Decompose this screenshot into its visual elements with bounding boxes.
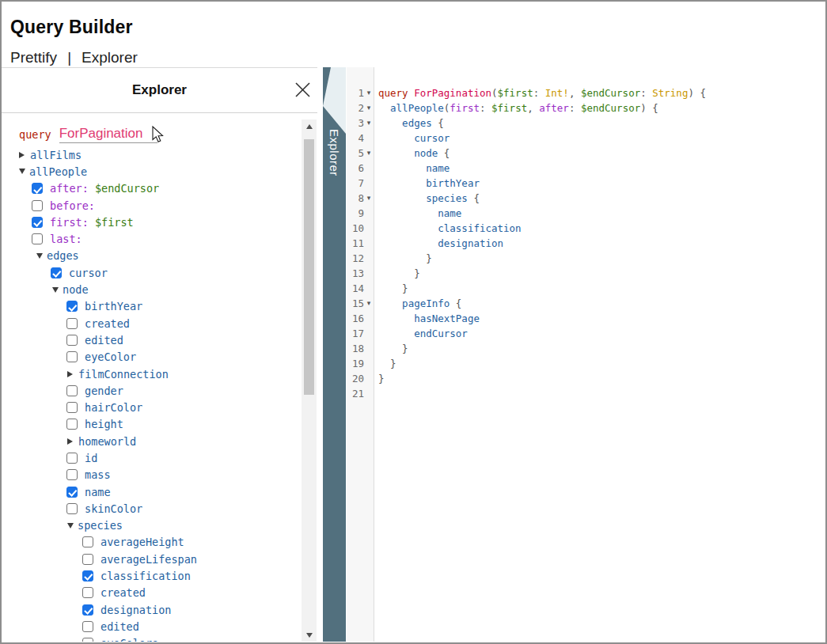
tree-row-birthYear[interactable]: birthYear [2,298,317,315]
tree-row-edited[interactable]: edited [2,618,317,635]
tree-row-edges[interactable]: edges [2,248,317,264]
fold-arrow-icon[interactable]: ▾ [364,146,374,161]
code-line[interactable] [378,386,706,401]
tree-row-species[interactable]: species [2,517,317,534]
checkbox[interactable] [82,536,93,547]
scrollbar-up-button[interactable] [302,119,317,133]
code-line[interactable]: } [378,356,706,371]
code-line[interactable]: } [378,266,706,281]
code-line[interactable]: name [378,161,706,176]
tree-row-averageHeight[interactable]: averageHeight [2,534,317,551]
checkbox[interactable] [66,503,78,514]
tree-row-homeworld[interactable]: homeworld [2,433,317,449]
query-name-input[interactable]: ForPagination [59,126,157,143]
code-line[interactable]: } [378,341,706,356]
checkbox[interactable] [66,419,78,430]
fold-arrow-icon[interactable]: ▾ [364,296,374,311]
tree-row-hairColor[interactable]: hairColor [2,399,317,415]
tree-row-after[interactable]: after: $endCursor [2,180,317,197]
checkbox[interactable] [66,351,78,362]
collapse-arrow-icon[interactable] [19,169,25,174]
checkbox[interactable] [82,554,93,565]
fold-arrow-icon[interactable]: ▾ [364,100,374,116]
checkbox[interactable] [66,301,78,312]
checkbox[interactable] [32,183,43,194]
code-line[interactable]: node { [378,146,706,161]
scrollbar-thumb[interactable] [304,139,314,395]
tree-row-filmConnection[interactable]: filmConnection [2,366,317,382]
code-line[interactable]: query ForPagination($first: Int!, $endCu… [378,85,706,100]
expand-arrow-icon[interactable] [67,371,73,377]
checkbox[interactable] [66,453,78,464]
code-line[interactable]: allPeople(first: $first, after: $endCurs… [378,100,706,116]
checkbox[interactable] [66,469,78,480]
code-line[interactable]: } [378,281,706,296]
tree-row-last[interactable]: last: [2,230,317,247]
checkbox[interactable] [82,587,93,598]
tree-row-edited[interactable]: edited [2,331,317,348]
code-line[interactable]: birthYear [378,176,706,191]
query-editor[interactable]: 1▾2▾3▾45▾678▾9101112131415▾161718192021 … [347,67,825,642]
expand-arrow-icon[interactable] [19,152,25,158]
tree-field-label: eyeColor [85,351,136,362]
tree-row-height[interactable]: height [2,416,317,433]
code-line[interactable]: endCursor [378,326,706,341]
explorer-button[interactable]: Explorer [82,49,138,66]
tree-row-eyeColors[interactable]: eyeColors [2,635,317,642]
checkbox[interactable] [51,267,62,278]
expand-arrow-icon[interactable] [67,438,73,445]
checkbox[interactable] [32,233,43,244]
code-line[interactable]: hasNextPage [378,311,706,326]
fold-arrow-icon[interactable]: ▾ [364,85,374,100]
tree-row-designation[interactable]: designation [2,601,317,618]
tree-row-name[interactable]: name [2,483,317,500]
tree-scrollbar[interactable] [302,119,317,642]
tree-row-allFilms[interactable]: allFilms [2,146,317,163]
collapse-arrow-icon[interactable] [36,253,43,259]
scrollbar-down-button[interactable] [302,628,317,642]
code-line[interactable]: name [378,206,706,221]
checkbox[interactable] [82,570,93,581]
collapse-arrow-icon[interactable] [52,287,59,293]
tree-row-skinColor[interactable]: skinColor [2,500,317,517]
tree-row-allPeople[interactable]: allPeople [2,163,317,180]
checkbox[interactable] [82,638,93,642]
code-line[interactable]: cursor [378,131,706,146]
tree-row-cursor[interactable]: cursor [2,264,317,281]
code-line[interactable]: species { [378,191,706,206]
editor-code[interactable]: query ForPagination($first: Int!, $endCu… [374,67,706,642]
tree-row-created[interactable]: created [2,585,317,601]
code-line[interactable]: edges { [378,116,706,131]
prettify-button[interactable]: Prettify [10,49,57,66]
checkbox[interactable] [32,200,43,211]
checkbox[interactable] [66,385,78,396]
tree-row-averageLifespan[interactable]: averageLifespan [2,551,317,567]
code-line[interactable]: pageInfo { [378,296,706,311]
fold-arrow-icon[interactable]: ▾ [364,191,374,206]
tree-row-node[interactable]: node [2,281,317,297]
code-token: { [438,147,450,159]
checkbox[interactable] [66,318,78,329]
fold-arrow-icon[interactable]: ▾ [364,116,374,131]
checkbox[interactable] [82,621,93,632]
tree-row-gender[interactable]: gender [2,382,317,399]
tree-row-classification[interactable]: classification [2,567,317,584]
tree-row-created[interactable]: created [2,315,317,331]
code-line[interactable]: } [378,371,706,386]
checkbox[interactable] [66,487,78,498]
tree-row-eyeColor[interactable]: eyeColor [2,349,317,366]
explorer-toggle-tab[interactable]: Explorer [323,67,346,642]
tree-row-mass[interactable]: mass [2,467,317,483]
close-icon[interactable] [294,81,311,98]
checkbox[interactable] [32,217,43,228]
tree-row-first[interactable]: first: $first [2,214,317,230]
code-line[interactable]: classification [378,221,706,236]
collapse-arrow-icon[interactable] [67,523,74,528]
code-line[interactable]: } [378,251,706,266]
checkbox[interactable] [66,335,78,346]
tree-row-before[interactable]: before: [2,197,317,214]
checkbox[interactable] [82,604,93,616]
tree-row-id[interactable]: id [2,449,317,466]
code-line[interactable]: designation [378,236,706,251]
checkbox[interactable] [66,402,78,413]
